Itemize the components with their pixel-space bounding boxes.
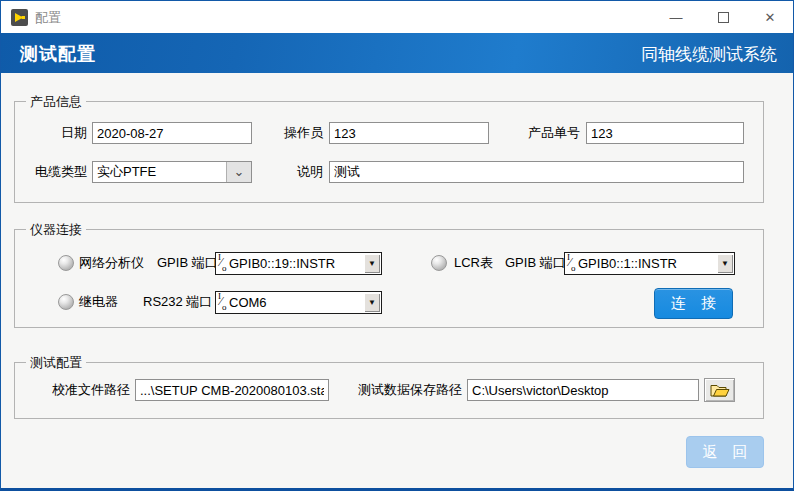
order-no-label: 产品单号	[505, 122, 580, 144]
config-window: 配置 — ✕ 测试配置 同轴线缆测试系统 产品信息 日期 操作员 产品单号 电缆…	[0, 0, 794, 491]
cal-path-input[interactable]	[135, 379, 329, 401]
visa-io-icon: I⁄o	[216, 253, 229, 274]
lcr-port-select[interactable]: I⁄o GPIB0::1::INSTR ▼	[564, 252, 735, 275]
chevron-down-icon: ⌄	[226, 162, 251, 182]
group-instrument-connection: 仪器连接 网络分析仪 GPIB 端口 I⁄o GPIB0::19::INSTR …	[14, 229, 764, 328]
group-test-config: 测试配置 校准文件路径 测试数据保存路径	[14, 362, 764, 419]
maximize-button[interactable]	[700, 1, 746, 33]
cal-path-label: 校准文件路径	[45, 379, 130, 401]
dropdown-arrow-icon[interactable]: ▼	[364, 293, 380, 312]
operator-input[interactable]	[329, 122, 489, 144]
minimize-button[interactable]: —	[653, 1, 699, 33]
lcr-label: LCR表	[454, 252, 493, 274]
group-instrument-legend: 仪器连接	[26, 221, 86, 239]
cable-type-select[interactable]: 实心PTFE ⌄	[92, 161, 252, 183]
operator-label: 操作员	[251, 122, 323, 144]
date-label: 日期	[15, 122, 87, 144]
titlebar: 配置 — ✕	[1, 1, 793, 33]
close-button[interactable]: ✕	[747, 1, 793, 33]
lcr-port-label: GPIB 端口	[505, 252, 566, 274]
group-product-info: 产品信息 日期 操作员 产品单号 电缆类型 实心PTFE ⌄ 说明	[14, 101, 764, 203]
labview-app-icon	[11, 9, 28, 26]
group-product-info-legend: 产品信息	[26, 93, 86, 111]
return-button[interactable]: 返 回	[686, 436, 764, 468]
folder-open-icon	[710, 383, 730, 397]
network-analyzer-label: 网络分析仪	[79, 252, 144, 274]
page-title: 测试配置	[20, 42, 96, 66]
group-test-config-legend: 测试配置	[26, 354, 86, 372]
relay-port-label: RS232 端口	[143, 291, 212, 313]
dropdown-arrow-icon[interactable]: ▼	[364, 254, 380, 273]
maximize-icon	[718, 12, 729, 23]
browse-button[interactable]	[704, 378, 735, 402]
date-input[interactable]	[92, 122, 252, 144]
visa-io-icon: I⁄o	[565, 253, 578, 274]
save-path-input[interactable]	[467, 379, 699, 401]
window-title: 配置	[35, 9, 61, 27]
lcr-led	[431, 255, 447, 271]
save-path-label: 测试数据保存路径	[350, 379, 462, 401]
page-header: 测试配置 同轴线缆测试系统	[1, 33, 793, 73]
order-no-input[interactable]	[586, 122, 744, 144]
relay-port-select[interactable]: I⁄o COM6 ▼	[215, 291, 382, 314]
note-label: 说明	[251, 161, 323, 183]
note-input[interactable]	[329, 161, 744, 183]
cable-type-label: 电缆类型	[15, 161, 87, 183]
relay-led	[58, 294, 74, 310]
visa-io-icon: I⁄o	[216, 292, 229, 313]
dropdown-arrow-icon[interactable]: ▼	[717, 254, 733, 273]
connect-button[interactable]: 连 接	[654, 288, 733, 319]
network-analyzer-port-select[interactable]: I⁄o GPIB0::19::INSTR ▼	[215, 252, 382, 275]
relay-label: 继电器	[79, 291, 118, 313]
network-analyzer-port-label: GPIB 端口	[157, 252, 218, 274]
system-name: 同轴线缆测试系统	[641, 43, 777, 66]
network-analyzer-led	[58, 255, 74, 271]
